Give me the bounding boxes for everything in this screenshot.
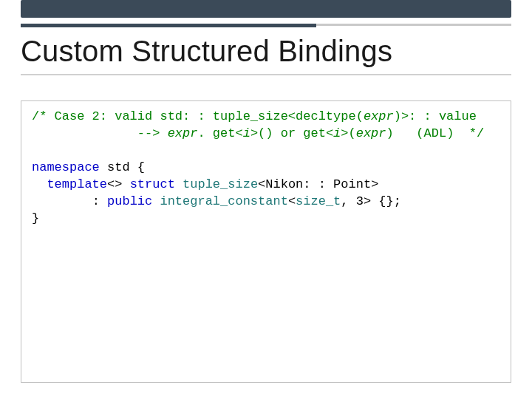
comment-i2: i (333, 126, 341, 140)
gt1: > (371, 177, 378, 191)
type-size-t: size_t (296, 194, 341, 208)
kw-struct: struct (130, 177, 175, 191)
ns-std: std (100, 160, 137, 174)
indent2 (32, 194, 92, 208)
title-wrap: Custom Structured Bindings (21, 35, 511, 75)
comment-open: /* (32, 109, 47, 123)
title-underline (21, 74, 511, 75)
kw-namespace: namespace (32, 160, 100, 174)
code-box: /* Case 2: valid std: : tuple_size<declt… (21, 100, 511, 383)
comment-arrow-gt: > (152, 126, 167, 140)
code-block: /* Case 2: valid std: : tuple_size<declt… (32, 109, 500, 228)
comment-expr2: expr (168, 126, 198, 140)
nikon-point: Nikon: : Point (265, 177, 371, 191)
comment-i1: i (243, 126, 250, 140)
colon-inherit: : (92, 194, 107, 208)
comment-line1a: Case 2: valid std: : tuple_size<decltype… (47, 109, 363, 123)
gt2-tail: > {}; (364, 194, 401, 208)
indent1 (32, 177, 47, 191)
type-tuple-size: tuple_size (183, 177, 258, 191)
kw-public: public (107, 194, 152, 208)
comment-l2e: >( (341, 126, 355, 140)
type-integral-constant: integral_constant (160, 194, 287, 208)
top-thin-short-decor (21, 24, 316, 27)
comma-three: , 3 (341, 194, 364, 208)
comment-l2f: ) (ADL) (386, 126, 469, 140)
comment-dashes: -- (137, 126, 152, 140)
comment-l2d: >() or get< (250, 126, 333, 140)
kw-template: template (47, 177, 107, 191)
sp1 (175, 177, 183, 191)
brace-open: { (137, 160, 145, 174)
comment-expr1: expr (364, 109, 394, 123)
comment-indent2 (32, 126, 137, 140)
slide: Custom Structured Bindings /* Case 2: va… (0, 0, 532, 399)
lt2: < (288, 194, 296, 208)
lt1: < (258, 177, 265, 191)
comment-expr3: expr (356, 126, 386, 140)
comment-l2c: . get< (197, 126, 242, 140)
top-band-decor (21, 0, 511, 18)
angles-empty: <> (107, 177, 130, 191)
slide-title: Custom Structured Bindings (21, 35, 511, 66)
sp2 (152, 194, 160, 208)
comment-close: */ (469, 126, 484, 140)
brace-close: } (32, 211, 39, 225)
comment-line1b: )>: : value (394, 109, 477, 123)
